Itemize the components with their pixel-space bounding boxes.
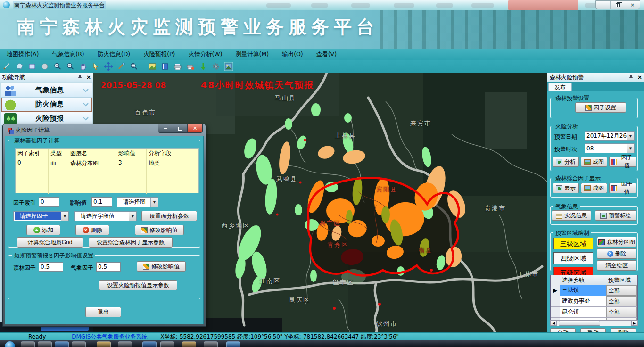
table-row[interactable]: ▶ 三塘镇 全部 <box>551 285 637 296</box>
factor-table[interactable]: 因子索引 类型 图层名 影响值 分析字段 0 面 森林分布图 3 地类 <box>15 148 199 193</box>
modify-impact-button[interactable]: 修改影响值 <box>135 225 184 235</box>
header-town[interactable]: 选择乡镇 <box>560 275 606 285</box>
nav-close-icon[interactable]: × <box>86 74 91 81</box>
gear-icon[interactable] <box>211 62 221 71</box>
taskbar-icon[interactable] <box>21 341 35 347</box>
taskbar-folder-icon[interactable] <box>182 341 196 347</box>
analyze-button[interactable]: 分析 <box>553 157 579 167</box>
book-icon[interactable] <box>160 62 170 71</box>
taskbar-icon[interactable] <box>204 341 218 347</box>
nav-item-fireproof-info[interactable]: 防火信息 <box>1 98 92 112</box>
image-viewer-icon[interactable] <box>224 62 233 71</box>
scroll-right-icon[interactable]: ▶ <box>631 321 637 326</box>
header-area[interactable]: 预警区域 <box>606 275 637 285</box>
pencil-icon[interactable] <box>2 62 11 71</box>
zoom-out-icon[interactable] <box>66 62 75 71</box>
table-row[interactable]: 建政办事处 全部 <box>551 296 637 307</box>
menu-map[interactable]: 地图操作(A) <box>0 50 45 58</box>
zoom-in-icon[interactable] <box>53 62 62 71</box>
exit-button[interactable]: 退出 <box>85 307 121 317</box>
rectangle-icon[interactable] <box>27 62 37 71</box>
clear-draw-button[interactable]: 清空绘区 <box>597 260 636 271</box>
menu-measure[interactable]: 测量计算(M) <box>229 50 276 58</box>
circle-icon[interactable] <box>40 62 50 71</box>
pan-hand-icon[interactable] <box>78 62 88 71</box>
delete-area-button[interactable]: ×删除 <box>597 248 636 259</box>
layer-combo[interactable]: --请选择图▼ <box>117 197 158 207</box>
taskbar-icon[interactable] <box>38 341 52 347</box>
zoom-rect-icon[interactable] <box>129 62 139 71</box>
factor-value-button[interactable]: 因子值 <box>609 157 636 167</box>
area-cell[interactable]: 全部 <box>606 285 637 296</box>
dialog-minimize-button[interactable]: ─ <box>158 124 173 132</box>
live-info-button[interactable]: 实况信息 <box>552 210 591 221</box>
area-cell[interactable]: 全部 <box>606 296 637 306</box>
start-orb-icon[interactable] <box>5 341 15 347</box>
forest-factor-input[interactable]: 0.5 <box>39 262 63 272</box>
delete-button[interactable]: ×删除 <box>75 225 109 235</box>
warning-plot-button[interactable]: 预警标绘 <box>595 210 636 221</box>
printer-preview-icon[interactable] <box>186 62 195 71</box>
menu-analysis[interactable]: 火情分析(W) <box>182 50 229 58</box>
panel-close-icon[interactable]: × <box>637 74 642 81</box>
auto-button[interactable]: 自动 <box>550 328 576 332</box>
impact-input[interactable]: 0.1 <box>91 197 112 207</box>
show-button[interactable]: 显示 <box>553 183 579 193</box>
map-image-icon[interactable] <box>148 62 157 71</box>
factor-index-input[interactable]: 0 <box>39 197 59 207</box>
weather-factor-input[interactable]: 0.5 <box>96 262 121 272</box>
move-icon[interactable] <box>104 62 113 71</box>
menu-weather[interactable]: 气象信息(R) <box>45 50 91 58</box>
status-system-link[interactable]: DMGIS公共气象服务业务系统 <box>72 333 147 341</box>
taskbar-icon[interactable] <box>160 341 174 347</box>
select-arrow-icon[interactable] <box>91 62 100 71</box>
taskbar-browser-icon[interactable] <box>55 341 69 347</box>
table-row[interactable]: 0 面 森林分布图 3 地类 <box>16 158 198 167</box>
set-fire-display-button[interactable]: 设置火险预报值显示参数 <box>99 280 177 290</box>
set-area-params-button[interactable]: 设置面分析参数 <box>141 211 197 221</box>
printer-icon[interactable] <box>173 62 182 71</box>
restore-button[interactable] <box>611 1 625 9</box>
tab-publish[interactable]: 发布 <box>548 83 572 91</box>
factor-combo[interactable]: --请选择因子--▼ <box>13 211 69 221</box>
factor-value-button[interactable]: 因子值 <box>609 183 636 193</box>
polygon-icon[interactable] <box>15 62 24 71</box>
set-display-params-button[interactable]: 设置综合森林因子显示参数 <box>89 237 173 248</box>
fire-factor-dialog[interactable]: 火险因子计算 ─ ✕ 森林基础因子计算 因子索引 类型 图层名 影响值 分析字段… <box>2 124 206 327</box>
identify-brush-icon[interactable] <box>116 62 126 71</box>
table-row[interactable]: 昆仑镇 全部 <box>551 307 637 318</box>
pin-icon[interactable] <box>628 75 634 80</box>
minimize-button[interactable]: ─ <box>596 1 611 9</box>
download-arrow-icon[interactable] <box>198 62 208 71</box>
factor-setting-button[interactable]: 因子设置 <box>575 102 626 113</box>
make-chart-button[interactable]: 成图 <box>581 157 607 167</box>
scroll-thumb[interactable] <box>559 321 600 326</box>
manual-button[interactable]: 手动 <box>580 328 606 332</box>
warning-time-combo[interactable]: 08▼ <box>585 143 635 153</box>
taskbar-icon[interactable] <box>226 341 240 347</box>
make-chart-button[interactable]: 成图 <box>581 183 607 193</box>
menu-view[interactable]: 查看(V) <box>310 50 343 58</box>
dialog-close-button[interactable]: ✕ <box>188 124 202 132</box>
taskbar-icon[interactable] <box>72 341 86 347</box>
modify-impact-button[interactable]: 修改影响值 <box>137 261 186 272</box>
level4-area-chip[interactable]: 四级区域 <box>553 252 593 264</box>
forest-zone-map-button[interactable]: 森林分区图 <box>597 237 636 247</box>
area-cell[interactable]: 全部 <box>606 307 637 317</box>
add-button[interactable]: +添加 <box>26 225 60 235</box>
close-button[interactable]: × <box>625 1 640 9</box>
highlighted-title-button[interactable] <box>508 0 578 10</box>
field-combo[interactable]: --请选择字段值--▼ <box>74 211 137 221</box>
taskbar[interactable] <box>0 340 644 347</box>
nav-item-weather-info[interactable]: 气象信息 <box>1 83 92 98</box>
calc-grid-button[interactable]: 计算综合地质Grid <box>17 237 83 248</box>
level3-area-chip[interactable]: 三级区域 <box>553 238 593 249</box>
dialog-titlebar[interactable]: 火险因子计算 <box>8 126 50 134</box>
pin-icon[interactable] <box>77 75 83 80</box>
horizontal-scrollbar[interactable]: ◀ ▶ <box>550 320 638 326</box>
dialog-maximize-button[interactable] <box>173 124 188 132</box>
taskbar-folder-icon[interactable] <box>97 341 111 347</box>
taskbar-icon[interactable] <box>118 341 132 347</box>
menu-fireproof[interactable]: 防火信息(D) <box>91 50 137 58</box>
menu-forecast[interactable]: 火险预报(P) <box>137 50 182 58</box>
